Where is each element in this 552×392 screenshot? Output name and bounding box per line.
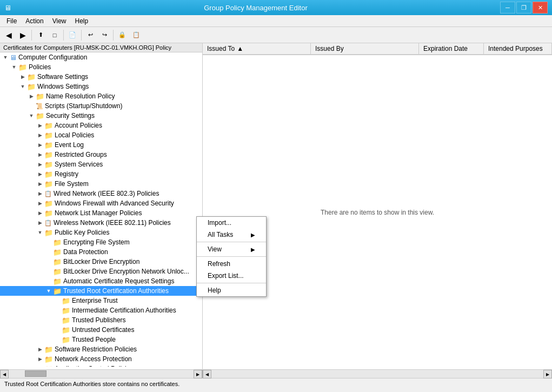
label-enterprise-trust: Enterprise Trust [72,297,118,304]
col-header-issued-by[interactable]: Issued By [311,43,419,54]
expander-windows-settings[interactable]: ▼ [18,84,27,89]
label-trusted-publishers: Trusted Publishers [72,316,126,324]
right-hscroll[interactable]: ◀ ▶ [203,370,552,378]
expander-software-settings[interactable]: ▶ [18,74,27,79]
refresh-back-button[interactable]: ↩ [84,29,97,42]
menu-action[interactable]: Action [21,16,48,26]
tree-item-trusted-root[interactable]: ▼ 📁 Trusted Root Certification Authoriti… [0,286,202,296]
tree-item-data-protection[interactable]: 📁 Data Protection [0,247,202,257]
tree-item-network-access[interactable]: ▶ 📁 Network Access Protection [0,354,202,364]
restore-button[interactable]: ❐ [516,2,531,14]
expander-network-access[interactable]: ▶ [36,356,44,362]
toolbar-separator-4 [113,30,114,41]
label-security-settings: Security Settings [46,112,95,119]
expander-restricted-groups[interactable]: ▶ [36,152,44,157]
minimize-button[interactable]: ─ [500,2,515,14]
tree-item-network-list-manager[interactable]: ▶ 📁 Network List Manager Policies [0,208,202,218]
expander-system-services[interactable]: ▶ [36,162,44,167]
close-button[interactable]: ✕ [533,2,548,14]
tree-item-bitlocker-network[interactable]: 📁 BitLocker Drive Encryption Network Unl… [0,267,202,276]
left-hscroll-track[interactable] [9,370,194,378]
left-hscroll[interactable]: ◀ ▶ [0,370,203,378]
right-hscroll-track[interactable] [211,370,543,378]
expander-file-system[interactable]: ▶ [36,181,44,187]
label-auto-cert: Automatic Certificate Request Settings [63,277,174,285]
tree-item-software-settings[interactable]: ▶ 📁 Software Settings [0,72,202,82]
tree-item-trusted-people[interactable]: 📁 Trusted People [0,335,202,344]
expander-trusted-root[interactable]: ▼ [44,288,53,294]
ctx-view-arrow: ▶ [251,247,255,253]
menu-file[interactable]: File [2,16,21,26]
col-header-purposes[interactable]: Intended Purposes [484,43,552,54]
expander-name-resolution[interactable]: ▶ [27,94,36,99]
forward-button[interactable]: ▶ [16,29,29,42]
left-hscroll-left[interactable]: ◀ [0,370,9,378]
tree-item-untrusted-certs[interactable]: 📁 Untrusted Certificates [0,325,202,335]
expander-windows-firewall[interactable]: ▶ [36,201,44,206]
up-button[interactable]: ⬆ [34,29,47,42]
tree-item-encrypting-fs[interactable]: 📁 Encrypting File System [0,237,202,247]
expander-wireless-network[interactable]: ▶ [36,220,44,225]
ctx-refresh[interactable]: Refresh [197,258,266,270]
tree-item-computer-config[interactable]: ▼ 🖥 Computer Configuration [0,52,202,62]
expander-policies[interactable]: ▼ [10,64,18,70]
tree-item-wired-network[interactable]: ▶ 📋 Wired Network (IEEE 802.3) Policies [0,189,202,198]
expander-security-settings[interactable]: ▼ [27,113,36,118]
tree-item-registry[interactable]: ▶ 📁 Registry [0,169,202,179]
expander-registry[interactable]: ▶ [36,171,44,177]
tree-item-file-system[interactable]: ▶ 📁 File System [0,179,202,189]
expander-wired-network[interactable]: ▶ [36,191,44,196]
expander-local-policies[interactable]: ▶ [36,132,44,138]
properties-button[interactable]: 🔒 [116,29,129,42]
show-hide-button[interactable]: □ [48,29,61,42]
col-expiry-label: Expiration Date [423,45,468,52]
col-header-expiry[interactable]: Expiration Date [419,43,484,54]
ctx-view[interactable]: View ▶ [197,243,266,255]
ctx-all-tasks[interactable]: All Tasks ▶ [197,229,266,241]
menu-help[interactable]: Help [71,16,93,26]
tree-item-auto-cert[interactable]: 📁 Automatic Certificate Request Settings [0,276,202,286]
tree-item-intermediate-ca[interactable]: 📁 Intermediate Certification Authorities [0,305,202,315]
left-hscroll-right[interactable]: ▶ [194,370,202,378]
ctx-import[interactable]: Import... [197,217,266,229]
label-network-access: Network Access Protection [55,355,132,363]
export-button[interactable]: 📋 [130,29,143,42]
tree-item-security-settings[interactable]: ▼ 📁 Security Settings [0,111,202,121]
tree-item-windows-settings[interactable]: ▼ 📁 Windows Settings [0,82,202,91]
col-header-issued-to[interactable]: Issued To ▲ [203,43,311,54]
tree-item-event-log[interactable]: ▶ 📁 Event Log [0,140,202,150]
tree-item-enterprise-trust[interactable]: 📁 Enterprise Trust [0,296,202,305]
expander-network-list-manager[interactable]: ▶ [36,210,44,216]
tree-item-policies[interactable]: ▼ 📁 Policies [0,62,202,72]
right-hscroll-right[interactable]: ▶ [543,370,552,378]
left-hscroll-thumb[interactable] [25,370,46,377]
refresh-forward-button[interactable]: ↪ [98,29,111,42]
expander-app-control[interactable]: ▶ [36,366,44,367]
folder-icon-file-system: 📁 [44,180,53,188]
expander-computer-config[interactable]: ▼ [1,55,10,60]
tree-item-software-restriction[interactable]: ▶ 📁 Software Restriction Policies [0,344,202,354]
ctx-help[interactable]: Help [197,284,266,296]
back-button[interactable]: ◀ [2,29,15,42]
tree-item-account-policies[interactable]: ▶ 📁 Account Policies [0,121,202,130]
tree-item-trusted-publishers[interactable]: 📁 Trusted Publishers [0,315,202,325]
ctx-export-list[interactable]: Export List... [197,270,266,282]
tree-item-windows-firewall[interactable]: ▶ 📁 Windows Firewall with Advanced Secur… [0,198,202,208]
tree-item-scripts[interactable]: 📜 Scripts (Startup/Shutdown) [0,101,202,111]
tree-body[interactable]: ▼ 🖥 Computer Configuration ▼ 📁 Policies … [0,52,202,367]
expander-event-log[interactable]: ▶ [36,142,44,148]
expander-public-key[interactable]: ▼ [36,230,44,235]
tree-item-app-control[interactable]: ▶ 📁 Application Control Policies [0,364,202,367]
expander-account-policies[interactable]: ▶ [36,123,44,128]
tree-item-public-key[interactable]: ▼ 📁 Public Key Policies [0,228,202,237]
tree-item-restricted-groups[interactable]: ▶ 📁 Restricted Groups [0,150,202,160]
expander-software-restriction[interactable]: ▶ [36,347,44,352]
new-button[interactable]: 📄 [66,29,79,42]
tree-item-name-resolution[interactable]: ▶ 📁 Name Resolution Policy [0,91,202,101]
menu-view[interactable]: View [48,16,71,26]
tree-item-wireless-network[interactable]: ▶ 📋 Wireless Network (IEEE 802.11) Polic… [0,218,202,228]
right-hscroll-left[interactable]: ◀ [203,370,211,378]
tree-item-local-policies[interactable]: ▶ 📁 Local Policies [0,130,202,140]
tree-item-system-services[interactable]: ▶ 📁 System Services [0,160,202,169]
tree-item-bitlocker-drive[interactable]: 📁 BitLocker Drive Encryption [0,257,202,267]
